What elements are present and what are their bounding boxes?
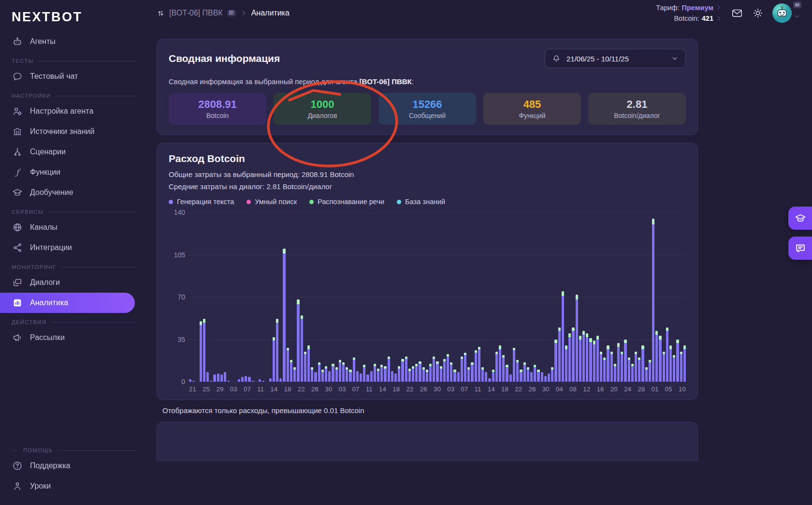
chat-fab[interactable]	[788, 237, 812, 260]
x-tick-label: 14	[379, 386, 386, 393]
bar	[509, 374, 512, 382]
bar-cap	[631, 364, 634, 366]
sidebar-item-knowledge-sources[interactable]: Источники знаний	[0, 121, 145, 142]
stat-value: 15266	[382, 98, 472, 111]
legend-item[interactable]: Генерация текста	[169, 198, 234, 206]
sidebar-item-test-chat[interactable]: Тестовый чат	[0, 66, 145, 87]
sidebar-item-agent-settings[interactable]: Настройка агента	[0, 101, 145, 121]
brand-logo: NEXTBOT	[0, 5, 145, 31]
user-avatar[interactable]	[772, 3, 792, 23]
bar-cap	[659, 336, 661, 340]
sidebar-item-lessons[interactable]: Уроки	[0, 476, 145, 496]
sidebar-item-support[interactable]: Поддержка	[0, 456, 145, 476]
bar-cap	[610, 352, 613, 354]
chevron-down-icon	[671, 55, 679, 62]
bar	[502, 355, 505, 382]
bar	[649, 360, 651, 382]
bar-cap	[562, 291, 564, 296]
mail-icon[interactable]	[731, 7, 743, 19]
brightness-icon[interactable]	[752, 7, 764, 19]
stat-label: Botcoin/диалог	[592, 112, 682, 119]
bar-cap	[453, 370, 456, 372]
bar	[652, 219, 654, 382]
bar	[307, 345, 310, 382]
bar	[582, 331, 585, 382]
x-tick-label: 22	[406, 386, 413, 393]
bar	[576, 295, 578, 382]
x-tick-label: 11	[257, 386, 264, 393]
legend-item[interactable]: Распознавание речи	[309, 198, 384, 206]
bar-cap	[422, 367, 425, 370]
bar	[635, 352, 637, 382]
bar	[551, 367, 553, 382]
bar-cap	[380, 365, 383, 367]
legend-item[interactable]: Умный поиск	[246, 198, 297, 206]
bar	[527, 367, 529, 382]
sidebar-item-channels[interactable]: Каналы	[0, 217, 145, 238]
user-gear-icon	[12, 105, 23, 117]
bar	[380, 365, 383, 382]
bar-cap	[377, 369, 379, 371]
bar-cap	[607, 345, 609, 349]
sidebar-item-scenarios[interactable]: Сценарии	[0, 142, 145, 162]
stat-value: 1000	[277, 98, 367, 111]
x-tick-label: 08	[569, 386, 577, 393]
stat-label: Диалогов	[277, 112, 367, 119]
bar	[596, 336, 599, 382]
bar	[492, 370, 494, 382]
bar-cap	[506, 365, 508, 367]
bar-cap	[576, 295, 578, 299]
sidebar-section-help: ПОМОЩЬ	[0, 441, 145, 456]
bar-cap	[617, 343, 620, 347]
bar	[558, 327, 561, 382]
bar	[638, 357, 640, 382]
svg-text:ƒ: ƒ	[14, 168, 21, 177]
bar	[562, 291, 564, 382]
sidebar-item-training[interactable]: Дообучение	[0, 182, 145, 203]
bar-cap	[652, 219, 654, 225]
bar	[412, 366, 414, 382]
sidebar-item-analytics[interactable]: Аналитика	[0, 293, 135, 313]
bar-cap	[374, 364, 376, 366]
bar-cap	[287, 348, 289, 350]
bar-cap	[443, 359, 446, 361]
bar-cap	[426, 370, 428, 372]
summary-card: Сводная информация 21/06/25 - 10/11/25 С…	[157, 39, 698, 135]
stat-label: Botcoin	[173, 112, 262, 119]
stat-value: 2808.91	[173, 98, 262, 111]
training-fab[interactable]	[788, 207, 812, 230]
sidebar-section-actions: ДЕЙСТВИЯ	[0, 313, 145, 327]
sidebar-item-integrations[interactable]: Интеграции	[0, 238, 145, 258]
x-tick-label: 30	[542, 386, 550, 393]
graduation-cap-icon	[12, 187, 23, 198]
swap-vertical-icon[interactable]	[157, 9, 165, 17]
bar	[283, 249, 285, 382]
bar	[227, 381, 230, 382]
bar	[666, 327, 668, 382]
bar-cap	[401, 359, 404, 361]
bar	[433, 356, 435, 382]
legend-item[interactable]: База знаний	[397, 198, 445, 206]
bar	[401, 359, 404, 382]
summary-title: Сводная информация	[169, 53, 280, 64]
tariff-row[interactable]: Тариф: Премиум	[656, 2, 722, 13]
bar-cap	[408, 369, 411, 371]
bar	[603, 357, 606, 382]
bar	[544, 376, 547, 382]
bar-cap	[565, 345, 567, 349]
bar	[680, 352, 682, 382]
chart-x-axis: 2125290307111418222630030711141822263003…	[189, 386, 686, 393]
sidebar-item-dialogs[interactable]: Диалоги	[0, 272, 145, 293]
bar-cap	[436, 361, 438, 364]
botcoin-balance-row[interactable]: Botcoin: 421	[656, 13, 722, 24]
sidebar-item-functions[interactable]: ƒ Функции	[0, 162, 145, 182]
date-range-picker[interactable]: 21/06/25 - 10/11/25	[545, 49, 686, 68]
sidebar-item-agents[interactable]: Агенты	[0, 31, 145, 52]
megaphone-icon	[12, 332, 23, 343]
sidebar-item-broadcasts[interactable]: Рассылки	[0, 327, 145, 348]
chevron-down-icon[interactable]	[794, 13, 800, 20]
bar-cap	[276, 319, 278, 323]
bar	[488, 378, 491, 382]
bar-cap	[304, 352, 306, 354]
breadcrumb-agent[interactable]: [BOT-06] ПВВК	[169, 9, 223, 17]
